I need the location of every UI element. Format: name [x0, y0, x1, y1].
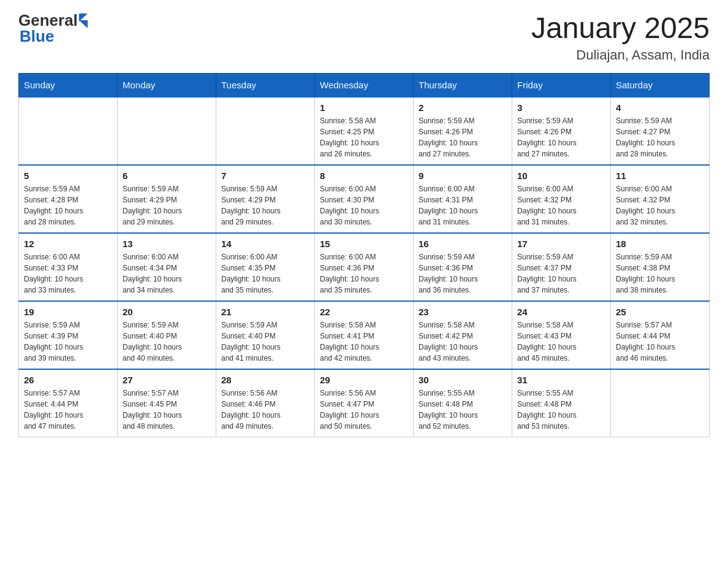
- day-info: Sunrise: 5:59 AM Sunset: 4:28 PM Dayligh…: [24, 183, 112, 228]
- day-number: 11: [616, 170, 704, 181]
- calendar-cell: [118, 97, 216, 165]
- calendar-cell: 17Sunrise: 5:59 AM Sunset: 4:37 PM Dayli…: [512, 233, 611, 301]
- week-row-5: 26Sunrise: 5:57 AM Sunset: 4:44 PM Dayli…: [19, 369, 710, 437]
- calendar-cell: 6Sunrise: 5:59 AM Sunset: 4:29 PM Daylig…: [118, 165, 216, 233]
- day-number: 18: [616, 239, 704, 249]
- day-number: 10: [517, 170, 605, 181]
- day-info: Sunrise: 5:59 AM Sunset: 4:40 PM Dayligh…: [123, 320, 211, 364]
- calendar-cell: 25Sunrise: 5:57 AM Sunset: 4:44 PM Dayli…: [611, 301, 710, 369]
- calendar-cell: 22Sunrise: 5:58 AM Sunset: 4:41 PM Dayli…: [315, 301, 414, 369]
- calendar-cell: 3Sunrise: 5:59 AM Sunset: 4:26 PM Daylig…: [512, 97, 611, 165]
- day-number: 3: [517, 102, 605, 113]
- title-block: January 2025 Duliajan, Assam, India: [531, 12, 710, 63]
- day-number: 28: [221, 375, 309, 385]
- day-number: 21: [221, 307, 309, 317]
- calendar-cell: 28Sunrise: 5:56 AM Sunset: 4:46 PM Dayli…: [216, 369, 315, 437]
- day-number: 17: [517, 239, 605, 249]
- day-number: 19: [24, 307, 112, 317]
- calendar-cell: 1Sunrise: 5:58 AM Sunset: 4:25 PM Daylig…: [315, 97, 414, 165]
- day-number: 22: [320, 307, 408, 317]
- day-number: 4: [616, 102, 704, 113]
- day-number: 25: [616, 307, 704, 317]
- day-info: Sunrise: 6:00 AM Sunset: 4:33 PM Dayligh…: [24, 251, 112, 296]
- day-info: Sunrise: 6:00 AM Sunset: 4:35 PM Dayligh…: [221, 251, 309, 296]
- calendar-cell: [611, 369, 710, 437]
- logo-blue-text: Blue: [20, 28, 88, 44]
- calendar-cell: 8Sunrise: 6:00 AM Sunset: 4:30 PM Daylig…: [315, 165, 414, 233]
- calendar-cell: 19Sunrise: 5:59 AM Sunset: 4:39 PM Dayli…: [19, 301, 118, 369]
- day-info: Sunrise: 5:55 AM Sunset: 4:48 PM Dayligh…: [419, 388, 507, 432]
- day-number: 24: [517, 307, 605, 317]
- day-info: Sunrise: 5:59 AM Sunset: 4:37 PM Dayligh…: [517, 251, 605, 296]
- calendar-cell: 11Sunrise: 6:00 AM Sunset: 4:32 PM Dayli…: [611, 165, 710, 233]
- calendar-cell: 31Sunrise: 5:55 AM Sunset: 4:48 PM Dayli…: [512, 369, 611, 437]
- logo: General Blue: [18, 12, 88, 44]
- day-info: Sunrise: 5:58 AM Sunset: 4:25 PM Dayligh…: [320, 115, 408, 159]
- day-info: Sunrise: 5:59 AM Sunset: 4:38 PM Dayligh…: [616, 251, 704, 296]
- week-row-4: 19Sunrise: 5:59 AM Sunset: 4:39 PM Dayli…: [19, 301, 710, 369]
- calendar-cell: 20Sunrise: 5:59 AM Sunset: 4:40 PM Dayli…: [118, 301, 216, 369]
- calendar-cell: 30Sunrise: 5:55 AM Sunset: 4:48 PM Dayli…: [414, 369, 512, 437]
- calendar-cell: 23Sunrise: 5:58 AM Sunset: 4:42 PM Dayli…: [414, 301, 512, 369]
- day-info: Sunrise: 6:00 AM Sunset: 4:34 PM Dayligh…: [123, 251, 211, 296]
- day-info: Sunrise: 6:00 AM Sunset: 4:30 PM Dayligh…: [320, 183, 408, 228]
- day-info: Sunrise: 5:59 AM Sunset: 4:26 PM Dayligh…: [517, 115, 605, 159]
- day-number: 14: [221, 239, 309, 249]
- calendar-cell: 26Sunrise: 5:57 AM Sunset: 4:44 PM Dayli…: [19, 369, 118, 437]
- calendar-cell: [19, 97, 118, 165]
- day-number: 30: [419, 375, 507, 385]
- calendar-cell: 18Sunrise: 5:59 AM Sunset: 4:38 PM Dayli…: [611, 233, 710, 301]
- week-row-1: 1Sunrise: 5:58 AM Sunset: 4:25 PM Daylig…: [19, 97, 710, 165]
- day-info: Sunrise: 5:59 AM Sunset: 4:26 PM Dayligh…: [419, 115, 507, 159]
- day-number: 26: [24, 375, 112, 385]
- calendar-cell: 10Sunrise: 6:00 AM Sunset: 4:32 PM Dayli…: [512, 165, 611, 233]
- calendar-title: January 2025: [531, 12, 710, 45]
- day-number: 23: [419, 307, 507, 317]
- day-info: Sunrise: 5:58 AM Sunset: 4:42 PM Dayligh…: [419, 320, 507, 364]
- day-info: Sunrise: 5:59 AM Sunset: 4:29 PM Dayligh…: [123, 183, 211, 228]
- weekday-header-row: SundayMondayTuesdayWednesdayThursdayFrid…: [19, 73, 710, 97]
- calendar-cell: 12Sunrise: 6:00 AM Sunset: 4:33 PM Dayli…: [19, 233, 118, 301]
- day-info: Sunrise: 5:57 AM Sunset: 4:45 PM Dayligh…: [123, 388, 211, 432]
- day-number: 13: [123, 239, 211, 249]
- calendar-cell: 14Sunrise: 6:00 AM Sunset: 4:35 PM Dayli…: [216, 233, 315, 301]
- weekday-header-wednesday: Wednesday: [315, 73, 414, 97]
- day-number: 31: [517, 375, 605, 385]
- day-info: Sunrise: 5:58 AM Sunset: 4:43 PM Dayligh…: [517, 320, 605, 364]
- day-info: Sunrise: 5:56 AM Sunset: 4:47 PM Dayligh…: [320, 388, 408, 432]
- calendar-cell: 27Sunrise: 5:57 AM Sunset: 4:45 PM Dayli…: [118, 369, 216, 437]
- calendar-cell: [216, 97, 315, 165]
- day-number: 5: [24, 170, 112, 181]
- day-info: Sunrise: 6:00 AM Sunset: 4:31 PM Dayligh…: [419, 183, 507, 228]
- week-row-3: 12Sunrise: 6:00 AM Sunset: 4:33 PM Dayli…: [19, 233, 710, 301]
- weekday-header-tuesday: Tuesday: [216, 73, 315, 97]
- calendar-cell: 29Sunrise: 5:56 AM Sunset: 4:47 PM Dayli…: [315, 369, 414, 437]
- day-number: 9: [419, 170, 507, 181]
- calendar-cell: 2Sunrise: 5:59 AM Sunset: 4:26 PM Daylig…: [414, 97, 512, 165]
- day-info: Sunrise: 5:57 AM Sunset: 4:44 PM Dayligh…: [616, 320, 704, 364]
- day-number: 6: [123, 170, 211, 181]
- day-number: 12: [24, 239, 112, 249]
- day-info: Sunrise: 5:59 AM Sunset: 4:27 PM Dayligh…: [616, 115, 704, 159]
- day-number: 2: [419, 102, 507, 113]
- day-info: Sunrise: 5:56 AM Sunset: 4:46 PM Dayligh…: [221, 388, 309, 432]
- day-info: Sunrise: 5:57 AM Sunset: 4:44 PM Dayligh…: [24, 388, 112, 432]
- calendar-cell: 9Sunrise: 6:00 AM Sunset: 4:31 PM Daylig…: [414, 165, 512, 233]
- day-info: Sunrise: 5:55 AM Sunset: 4:48 PM Dayligh…: [517, 388, 605, 432]
- day-info: Sunrise: 6:00 AM Sunset: 4:36 PM Dayligh…: [320, 251, 408, 296]
- weekday-header-monday: Monday: [118, 73, 216, 97]
- week-row-2: 5Sunrise: 5:59 AM Sunset: 4:28 PM Daylig…: [19, 165, 710, 233]
- calendar-cell: 15Sunrise: 6:00 AM Sunset: 4:36 PM Dayli…: [315, 233, 414, 301]
- weekday-header-saturday: Saturday: [611, 73, 710, 97]
- weekday-header-friday: Friday: [512, 73, 611, 97]
- logo-general-text: General: [18, 12, 78, 28]
- calendar-cell: 5Sunrise: 5:59 AM Sunset: 4:28 PM Daylig…: [19, 165, 118, 233]
- page-header: General Blue January 2025 Duliajan, Assa…: [18, 12, 710, 63]
- day-info: Sunrise: 6:00 AM Sunset: 4:32 PM Dayligh…: [616, 183, 704, 228]
- day-info: Sunrise: 6:00 AM Sunset: 4:32 PM Dayligh…: [517, 183, 605, 228]
- day-info: Sunrise: 5:59 AM Sunset: 4:40 PM Dayligh…: [221, 320, 309, 364]
- day-info: Sunrise: 5:59 AM Sunset: 4:36 PM Dayligh…: [419, 251, 507, 296]
- calendar-cell: 7Sunrise: 5:59 AM Sunset: 4:29 PM Daylig…: [216, 165, 315, 233]
- day-number: 7: [221, 170, 309, 181]
- calendar-subtitle: Duliajan, Assam, India: [531, 47, 710, 63]
